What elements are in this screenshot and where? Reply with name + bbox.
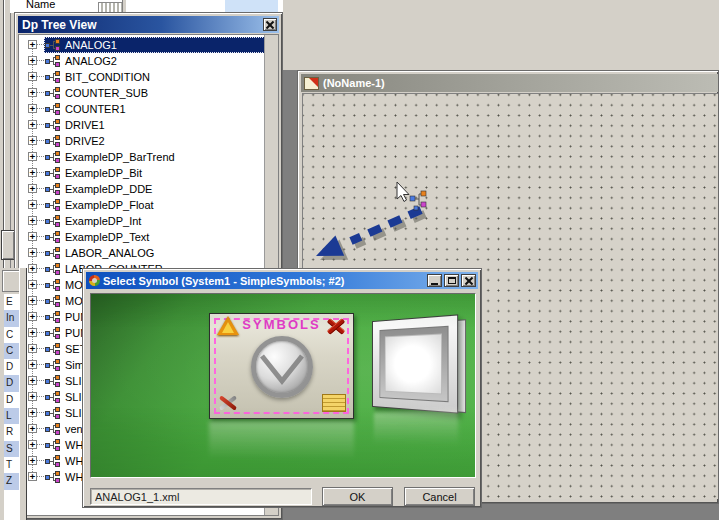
cancel-button[interactable]: Cancel xyxy=(404,487,475,506)
tree-row[interactable]: + ExampleDP_Bit xyxy=(19,165,265,181)
tree-expander[interactable]: + xyxy=(28,312,37,321)
tree-expander[interactable]: + xyxy=(28,248,37,257)
background-scroll-button[interactable] xyxy=(1,230,15,260)
minimize-button[interactable] xyxy=(427,274,442,287)
datapoint-icon xyxy=(45,471,61,483)
tree-expander[interactable]: + xyxy=(28,232,37,241)
datapoint-icon xyxy=(45,423,61,435)
filename-input[interactable] xyxy=(90,488,312,505)
tree-connector-stub xyxy=(37,364,44,365)
tree-row[interactable]: + ExampleDP_DDE xyxy=(19,181,265,197)
tree-row-body[interactable]: DRIVE2 xyxy=(44,133,265,149)
tree-item-label: ExampleDP_Int xyxy=(63,215,143,227)
tree-row-body[interactable]: COUNTER_SUB xyxy=(44,85,265,101)
symbol-card-analog[interactable]: SYMBOLS xyxy=(209,313,354,419)
maximize-button[interactable] xyxy=(444,274,459,287)
tree-row-body[interactable]: ExampleDP_Float xyxy=(44,197,265,213)
tree-item-label: ExampleDP_Text xyxy=(63,231,151,243)
datapoint-icon xyxy=(45,103,61,115)
tree-connector-stub xyxy=(37,268,44,269)
tree-expander[interactable]: + xyxy=(28,328,37,337)
close-button[interactable] xyxy=(461,274,476,287)
tree-connector-stub xyxy=(37,188,44,189)
tree-row-body[interactable]: ANALOG2 xyxy=(44,53,265,69)
datapoint-icon xyxy=(45,263,61,275)
tree-row-body[interactable]: COUNTER1 xyxy=(44,101,265,117)
tree-expander[interactable]: + xyxy=(28,456,37,465)
tree-item-label: BIT_CONDITION xyxy=(63,71,152,83)
tree-expander[interactable]: + xyxy=(28,440,37,449)
tree-expander[interactable]: + xyxy=(28,104,37,113)
tree-connector-stub xyxy=(37,92,44,93)
tree-expander[interactable]: + xyxy=(28,120,37,129)
tree-expander[interactable]: + xyxy=(28,56,37,65)
tree-expander[interactable]: + xyxy=(28,136,37,145)
dp-tree-title: Dp Tree View xyxy=(22,18,96,32)
datapoint-icon xyxy=(45,439,61,451)
tree-row-body[interactable]: ExampleDP_DDE xyxy=(44,181,265,197)
tree-expander[interactable]: + xyxy=(28,296,37,305)
tree-row[interactable]: + ExampleDP_BarTrend xyxy=(19,149,265,165)
tree-row[interactable]: + DRIVE2 xyxy=(19,133,265,149)
tree-expander[interactable]: + xyxy=(28,216,37,225)
tree-row[interactable]: + LABOR_ANALOG xyxy=(19,245,265,261)
tree-row-body[interactable]: BIT_CONDITION xyxy=(44,69,265,85)
tree-expander[interactable]: + xyxy=(28,152,37,161)
tree-expander[interactable]: + xyxy=(28,472,37,481)
tree-row[interactable]: + ANALOG1 xyxy=(19,37,265,53)
tree-expander[interactable]: + xyxy=(28,392,37,401)
tree-expander[interactable]: + xyxy=(28,264,37,273)
tree-row[interactable]: + ExampleDP_Text xyxy=(19,229,265,245)
datapoint-icon xyxy=(45,407,61,419)
tree-expander[interactable]: + xyxy=(28,184,37,193)
tree-expander[interactable]: + xyxy=(28,88,37,97)
tree-expander[interactable]: + xyxy=(28,424,37,433)
tree-expander[interactable]: + xyxy=(28,344,37,353)
tree-item-label: ANALOG1 xyxy=(63,39,119,51)
tree-connector-stub xyxy=(37,172,44,173)
tree-connector-stub xyxy=(37,60,44,61)
panel-window-titlebar[interactable]: (NoName-1) xyxy=(301,74,718,92)
tree-expander[interactable]: + xyxy=(28,408,37,417)
datapoint-icon xyxy=(45,359,61,371)
tree-row-body[interactable]: ExampleDP_Text xyxy=(44,229,265,245)
tree-connector-stub xyxy=(37,76,44,77)
tree-connector-stub xyxy=(37,332,44,333)
tree-expander[interactable]: + xyxy=(28,168,37,177)
tree-expander[interactable]: + xyxy=(28,376,37,385)
tree-expander[interactable]: + xyxy=(28,72,37,81)
tree-connector-stub xyxy=(37,316,44,317)
tree-row[interactable]: + BIT_CONDITION xyxy=(19,69,265,85)
tree-row-body[interactable]: LABOR_ANALOG xyxy=(44,245,265,261)
tree-item-label: COUNTER1 xyxy=(63,103,128,115)
tree-row-body[interactable]: DRIVE1 xyxy=(44,117,265,133)
tree-expander[interactable]: + xyxy=(28,200,37,209)
tree-row[interactable]: + COUNTER1 xyxy=(19,101,265,117)
tree-item-label: LABOR_ANALOG xyxy=(63,247,156,259)
tree-row[interactable]: + ExampleDP_Float xyxy=(19,197,265,213)
ok-button[interactable]: OK xyxy=(322,487,393,506)
tree-expander[interactable]: + xyxy=(28,360,37,369)
tree-row[interactable]: + COUNTER_SUB xyxy=(19,85,265,101)
tree-row[interactable]: + DRIVE1 xyxy=(19,117,265,133)
tree-row-body[interactable]: ExampleDP_Bit xyxy=(44,165,265,181)
tree-row[interactable]: + ExampleDP_Int xyxy=(19,213,265,229)
tree-connector-stub xyxy=(37,236,44,237)
letter-window-border xyxy=(19,268,27,520)
dialog-titlebar[interactable]: Select Symbol (System1 - SimpleSymbols; … xyxy=(86,272,478,289)
tree-row-body[interactable]: ANALOG1 xyxy=(44,37,265,53)
tree-item-label: COUNTER_SUB xyxy=(63,87,150,99)
tree-row[interactable]: + ANALOG2 xyxy=(19,53,265,69)
tree-expander[interactable]: + xyxy=(28,40,37,49)
tree-row-body[interactable]: ExampleDP_BarTrend xyxy=(44,149,265,165)
tree-connector-stub xyxy=(37,140,44,141)
tree-row-body[interactable]: ExampleDP_Int xyxy=(44,213,265,229)
symbol-card-frame[interactable] xyxy=(372,314,458,413)
datapoint-icon xyxy=(45,39,61,51)
dp-tree-close-button[interactable] xyxy=(263,18,277,31)
tree-connector-stub xyxy=(37,156,44,157)
panel-window-title: (NoName-1) xyxy=(323,77,385,89)
dp-tree-titlebar[interactable]: Dp Tree View xyxy=(18,16,279,33)
close-icon xyxy=(464,276,474,285)
tree-expander[interactable]: + xyxy=(28,280,37,289)
